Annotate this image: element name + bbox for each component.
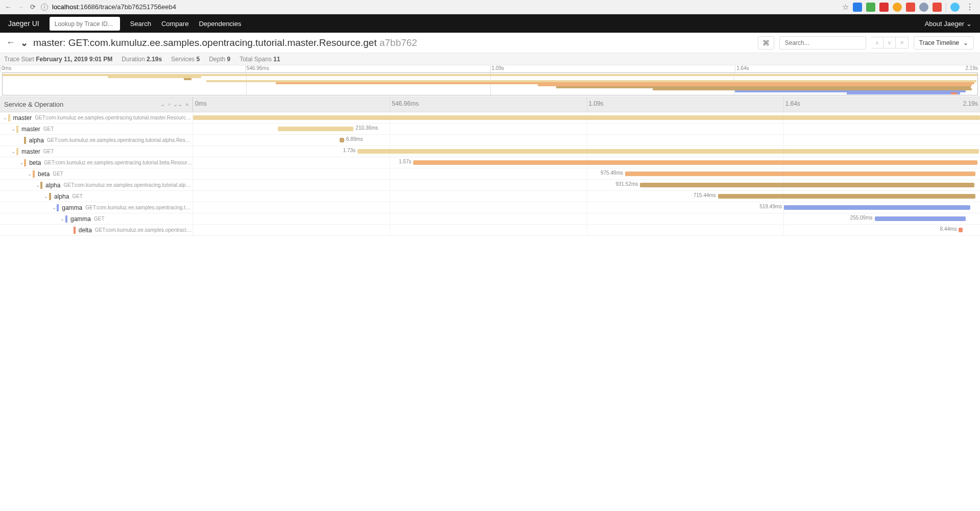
back-button[interactable]: ← bbox=[6, 37, 15, 48]
expand-chevron-icon[interactable]: ⌄ bbox=[10, 149, 16, 154]
service-color-tick bbox=[40, 182, 42, 189]
minimap-tick: 2.19s bbox=[965, 65, 978, 72]
operation-name: GET bbox=[94, 216, 105, 222]
keyboard-shortcut-button[interactable]: ⌘ bbox=[758, 36, 774, 50]
span-row[interactable]: ⌄masterGET:com.kumuluz.ee.samples.opentr… bbox=[0, 112, 980, 124]
extension-icon[interactable] bbox=[933, 3, 942, 12]
span-bar[interactable] bbox=[193, 115, 980, 120]
span-rows: ⌄masterGET:com.kumuluz.ee.samples.opentr… bbox=[0, 112, 980, 236]
forward-arrow-icon[interactable]: → bbox=[16, 3, 25, 11]
profile-icon[interactable] bbox=[950, 3, 960, 12]
span-row[interactable]: ⌄betaGET975.48ms bbox=[0, 168, 980, 180]
service-name: beta bbox=[29, 159, 41, 166]
app-brand[interactable]: Jaeger UI bbox=[8, 19, 39, 28]
minimap-tick: 0ms bbox=[0, 65, 11, 72]
double-chevron-down-icon[interactable]: ⌄⌄ bbox=[173, 101, 182, 108]
collapse-icon[interactable]: ⌄ bbox=[20, 37, 28, 48]
span-row[interactable]: ⌄alphaGET715.44ms bbox=[0, 191, 980, 202]
minimap-span-bar bbox=[847, 92, 960, 94]
span-duration-label: 210.36ms bbox=[355, 125, 378, 131]
expand-chevron-icon[interactable]: ⌄ bbox=[43, 193, 49, 199]
ruler-tick: 546.96ms bbox=[390, 100, 419, 107]
trace-lookup-input[interactable] bbox=[55, 20, 115, 28]
operation-name: GET:com.kumuluz.ee.samples.opentracing.t… bbox=[63, 182, 193, 188]
service-name: alpha bbox=[54, 193, 69, 200]
expand-chevron-icon[interactable]: ⌄ bbox=[27, 171, 33, 177]
search-clear-button[interactable]: ✕ bbox=[896, 37, 909, 48]
extension-icon[interactable] bbox=[919, 3, 928, 12]
search-next-button[interactable]: ∨ bbox=[883, 37, 896, 48]
span-duration-label: 715.44ms bbox=[694, 192, 716, 198]
nav-dependencies[interactable]: Dependencies bbox=[199, 20, 241, 28]
double-chevron-right-icon[interactable]: » bbox=[185, 101, 188, 108]
trace-header: ← ⌄ master: GET:com.kumuluz.ee.samples.o… bbox=[0, 33, 980, 53]
service-color-tick bbox=[57, 204, 59, 211]
span-row[interactable]: ⌄alphaGET:com.kumuluz.ee.samples.opentra… bbox=[0, 180, 980, 191]
service-color-tick bbox=[16, 148, 18, 155]
span-duration-label: 1.57s bbox=[399, 159, 411, 164]
trace-stats-bar: Trace Start February 11, 2019 9:01 PM Du… bbox=[0, 53, 980, 65]
url-text: localhost:16686/trace/a7bb76251756eeb4 bbox=[52, 3, 176, 11]
span-row[interactable]: ⌄masterGET210.36ms bbox=[0, 124, 980, 135]
expand-chevron-icon[interactable]: ⌄ bbox=[10, 126, 16, 132]
chevron-down-icon[interactable]: ⌄ bbox=[160, 101, 165, 108]
bookmark-star-icon[interactable]: ☆ bbox=[842, 3, 849, 12]
span-bar[interactable] bbox=[357, 149, 979, 154]
nav-search[interactable]: Search bbox=[130, 20, 151, 28]
trace-lookup[interactable] bbox=[50, 17, 120, 31]
span-bar[interactable] bbox=[625, 172, 975, 176]
trace-minimap[interactable]: 0ms546.96ms1.09s1.64s2.19s bbox=[0, 65, 980, 97]
service-color-tick bbox=[8, 114, 10, 121]
service-name: beta bbox=[38, 171, 50, 178]
span-bar[interactable] bbox=[959, 228, 963, 232]
service-color-tick bbox=[16, 126, 18, 133]
search-prev-button[interactable]: ∧ bbox=[871, 37, 883, 48]
extension-icon[interactable] bbox=[893, 3, 902, 12]
expand-chevron-icon[interactable]: ⌄ bbox=[59, 216, 65, 222]
minimap-tick: 1.64s bbox=[735, 65, 749, 72]
service-name: gamma bbox=[62, 204, 82, 211]
span-bar[interactable] bbox=[278, 127, 353, 131]
span-bar[interactable] bbox=[784, 205, 970, 210]
span-bar[interactable] bbox=[340, 138, 344, 142]
span-bar[interactable] bbox=[875, 216, 966, 221]
span-row[interactable]: deltaGET:com.kumuluz.ee.samples.opentrac… bbox=[0, 225, 980, 236]
span-row[interactable]: ⌄betaGET:com.kumuluz.ee.samples.opentrac… bbox=[0, 157, 980, 168]
expand-chevron-icon[interactable]: ⌄ bbox=[18, 160, 24, 165]
extension-icon[interactable] bbox=[853, 3, 862, 12]
span-row[interactable]: alphaGET:com.kumuluz.ee.samples.opentrac… bbox=[0, 135, 980, 146]
minimap-span-bar bbox=[184, 78, 192, 80]
service-name: alpha bbox=[29, 137, 44, 144]
back-arrow-icon[interactable]: ← bbox=[4, 3, 12, 11]
span-bar[interactable] bbox=[640, 183, 974, 187]
extension-icon[interactable] bbox=[906, 3, 915, 12]
extension-icon[interactable] bbox=[879, 3, 889, 12]
expand-chevron-icon[interactable]: ⌄ bbox=[2, 115, 8, 120]
span-bar[interactable] bbox=[718, 194, 975, 199]
chevron-right-icon[interactable]: › bbox=[168, 101, 170, 108]
columns-header: Service & Operation ⌄ › ⌄⌄ » 0ms546.96ms… bbox=[0, 97, 980, 112]
nav-compare[interactable]: Compare bbox=[161, 20, 188, 28]
span-bar[interactable] bbox=[413, 160, 977, 165]
operation-name: GET:com.kumuluz.ee.samples.opentracin... bbox=[95, 227, 193, 233]
trace-search-input[interactable] bbox=[779, 36, 866, 50]
minimap-span-bar bbox=[951, 92, 957, 94]
chevron-down-icon: ⌄ bbox=[963, 39, 968, 46]
browser-menu-icon[interactable]: ⋮ bbox=[964, 2, 976, 12]
view-dropdown[interactable]: Trace Timeline⌄ bbox=[914, 36, 974, 50]
operation-name: GET:com.kumuluz.ee.samples.opentracing.t… bbox=[47, 137, 193, 143]
operation-name: GET bbox=[43, 126, 54, 132]
minimap-tick: 546.96ms bbox=[245, 65, 269, 72]
expand-chevron-icon[interactable]: ⌄ bbox=[51, 205, 57, 210]
expand-chevron-icon[interactable]: ⌄ bbox=[35, 182, 40, 188]
about-menu[interactable]: About Jaeger⌄ bbox=[925, 20, 972, 28]
reload-icon[interactable]: ⟳ bbox=[29, 3, 37, 11]
extension-icon[interactable] bbox=[866, 3, 875, 12]
service-name: master bbox=[21, 148, 40, 155]
site-info-icon[interactable]: i bbox=[41, 4, 48, 11]
span-row[interactable]: ⌄gammaGET255.09ms bbox=[0, 213, 980, 225]
span-row[interactable]: ⌄masterGET1.73s bbox=[0, 146, 980, 157]
span-duration-label: 931.52ms bbox=[615, 181, 638, 187]
span-row[interactable]: ⌄gammaGET:com.kumuluz.ee.samples.opentra… bbox=[0, 202, 980, 213]
service-name: alpha bbox=[45, 182, 60, 189]
